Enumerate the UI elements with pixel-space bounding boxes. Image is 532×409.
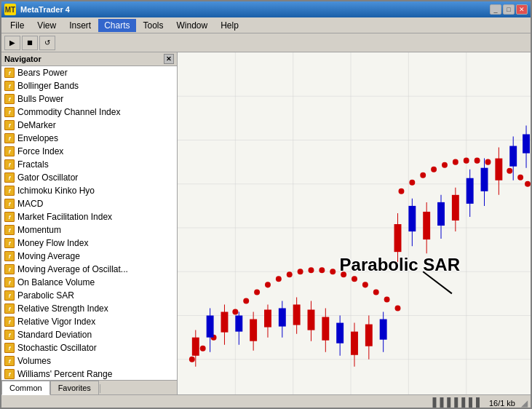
tab-separator: |	[99, 381, 101, 394]
svg-rect-69	[351, 332, 358, 355]
toolbar-btn-3[interactable]: ↺	[39, 36, 55, 50]
svg-point-18	[243, 298, 249, 303]
indicator-icon-9: f	[4, 186, 15, 196]
indicator-icon-17: f	[4, 290, 15, 301]
indicator-label-19: Relative Vigor Index	[17, 317, 95, 327]
svg-point-25	[319, 267, 325, 273]
indicator-icon-8: f	[4, 172, 15, 183]
menu-help[interactable]: Help	[215, 19, 245, 32]
indicator-icon-12: f	[4, 225, 15, 235]
nav-item-9[interactable]: fIchimoku Kinko Hyo	[1, 184, 177, 197]
indicator-icon-13: f	[4, 238, 15, 248]
nav-item-6[interactable]: fForce Index	[1, 145, 177, 158]
svg-rect-67	[336, 323, 344, 344]
menu-tools[interactable]: Tools	[138, 19, 170, 32]
indicator-icon-4: f	[4, 120, 15, 130]
minimize-button[interactable]: _	[490, 4, 501, 15]
svg-rect-93	[523, 134, 530, 153]
indicator-icon-0: f	[4, 68, 15, 78]
nav-item-8[interactable]: fGator Oscillator	[1, 171, 177, 184]
nav-item-22[interactable]: fVolumes	[1, 354, 177, 368]
nav-item-18[interactable]: fRelative Strength Index	[1, 302, 177, 315]
indicator-label-2: Bulls Power	[17, 94, 63, 104]
nav-item-11[interactable]: fMarket Facilitation Index	[1, 210, 177, 223]
indicator-label-23: Williams' Percent Range	[17, 369, 112, 379]
indicator-icon-16: f	[4, 277, 15, 287]
menu-window[interactable]: Window	[171, 19, 214, 32]
toolbar-btn-1[interactable]: ▶	[4, 36, 20, 50]
indicator-label-8: Gator Oscillator	[17, 172, 78, 183]
nav-item-23[interactable]: fWilliams' Percent Range	[1, 368, 177, 380]
svg-rect-75	[394, 224, 402, 252]
indicator-label-7: Fractals	[17, 159, 49, 170]
nav-item-4[interactable]: fDeMarker	[1, 119, 177, 132]
indicator-label-1: Bollinger Bands	[17, 81, 79, 91]
toolbar: ▶ ⏹ ↺	[1, 33, 531, 52]
nav-item-20[interactable]: fStandard Deviation	[1, 328, 177, 341]
nav-item-3[interactable]: fCommodity Channel Index	[1, 106, 177, 119]
indicator-icon-21: f	[4, 343, 15, 353]
svg-point-36	[431, 167, 437, 172]
nav-item-10[interactable]: fMACD	[1, 197, 177, 210]
menu-file[interactable]: File	[4, 19, 30, 32]
close-button[interactable]: ✕	[516, 4, 528, 15]
svg-point-23	[298, 269, 303, 274]
indicator-label-9: Ichimoku Kinko Hyo	[17, 186, 95, 196]
menu-insert[interactable]: Insert	[63, 19, 97, 32]
indicator-icon-1: f	[4, 81, 15, 91]
nav-item-1[interactable]: fBollinger Bands	[1, 79, 177, 92]
svg-rect-91	[509, 146, 517, 167]
indicator-icon-6: f	[4, 146, 15, 156]
indicator-label-5: Envelopes	[17, 133, 58, 143]
indicator-label-20: Standard Deviation	[17, 330, 92, 340]
nav-item-17[interactable]: fParabolic SAR	[1, 289, 177, 302]
svg-rect-83	[452, 195, 459, 221]
indicator-icon-18: f	[4, 303, 15, 314]
svg-point-14	[200, 346, 206, 352]
nav-item-14[interactable]: fMoving Average	[1, 250, 177, 263]
sar-label: Parabolic SAR	[340, 255, 460, 275]
nav-item-12[interactable]: fMomentum	[1, 223, 177, 237]
svg-point-30	[373, 289, 379, 295]
indicator-label-10: MACD	[17, 199, 43, 209]
nav-item-13[interactable]: fMoney Flow Index	[1, 237, 177, 250]
navigator-close-button[interactable]: ✕	[164, 54, 174, 64]
nav-item-19[interactable]: fRelative Vigor Index	[1, 315, 177, 328]
indicator-icon-23: f	[4, 369, 15, 379]
indicator-icon-14: f	[4, 251, 15, 261]
svg-rect-81	[437, 202, 445, 226]
indicator-icon-2: f	[4, 94, 15, 104]
svg-point-44	[517, 175, 523, 180]
menu-charts[interactable]: Charts	[98, 19, 135, 32]
svg-rect-79	[423, 212, 430, 239]
nav-item-7[interactable]: fFractals	[1, 158, 177, 171]
svg-rect-57	[264, 310, 271, 327]
indicator-label-18: Relative Strength Index	[17, 303, 108, 314]
maximize-button[interactable]: □	[503, 4, 515, 15]
nav-item-16[interactable]: fOn Balance Volume	[1, 276, 177, 289]
main-area: Navigator ✕ fBears PowerfBollinger Bands…	[1, 52, 531, 394]
navigator-title: Navigator	[4, 55, 41, 63]
svg-point-39	[464, 158, 469, 164]
svg-point-34	[409, 180, 415, 186]
nav-item-21[interactable]: fStochastic Oscillator	[1, 341, 177, 354]
navigator-header: Navigator ✕	[1, 52, 177, 66]
nav-item-2[interactable]: fBulls Power	[1, 92, 177, 106]
svg-point-32	[395, 305, 401, 311]
tab-common[interactable]: Common	[1, 381, 50, 395]
toolbar-btn-2[interactable]: ⏹	[22, 36, 38, 50]
window-controls[interactable]: _ □ ✕	[490, 4, 528, 15]
nav-item-15[interactable]: fMoving Average of Oscillat...	[1, 263, 177, 276]
chart-area: Parabolic SAR	[178, 52, 531, 394]
svg-point-41	[485, 159, 491, 165]
svg-rect-87	[481, 168, 488, 191]
nav-item-0[interactable]: fBears Power	[1, 66, 177, 79]
svg-point-33	[398, 188, 404, 194]
svg-point-40	[475, 158, 480, 164]
resize-icon: ◢	[521, 398, 528, 408]
svg-point-22	[287, 271, 293, 277]
tab-favorites[interactable]: Favorites	[50, 381, 99, 394]
menu-view[interactable]: View	[31, 19, 62, 32]
nav-item-5[interactable]: fEnvelopes	[1, 132, 177, 145]
navigator-list[interactable]: fBears PowerfBollinger BandsfBulls Power…	[1, 66, 177, 380]
